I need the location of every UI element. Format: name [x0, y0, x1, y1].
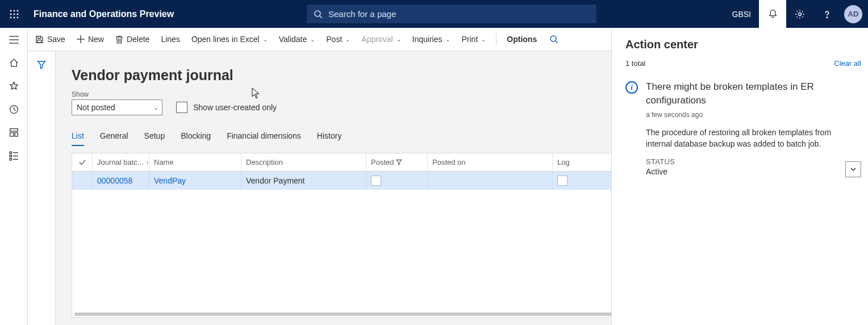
- info-icon: i: [625, 81, 638, 94]
- search-icon: [314, 10, 323, 19]
- plus-icon: [77, 35, 85, 43]
- modules-button[interactable]: [0, 144, 28, 168]
- filter-button[interactable]: [37, 60, 46, 325]
- chevron-down-icon: ⌄: [153, 104, 158, 111]
- save-icon: [35, 35, 44, 44]
- notification-status-label: STATUS: [646, 157, 856, 166]
- svg-rect-19: [15, 133, 18, 136]
- trash-icon: [115, 35, 123, 44]
- row-select[interactable]: [72, 172, 93, 190]
- hamburger-button[interactable]: [0, 28, 28, 51]
- svg-point-12: [827, 16, 828, 18]
- clear-all-button[interactable]: Clear all: [834, 59, 861, 68]
- separator: [496, 33, 496, 45]
- new-button[interactable]: New: [71, 28, 110, 51]
- svg-point-2: [16, 10, 18, 11]
- chevron-down-icon: ⌄: [445, 36, 450, 43]
- svg-rect-17: [10, 129, 18, 131]
- tab-history[interactable]: History: [317, 131, 342, 146]
- cell-name[interactable]: VendPay: [149, 172, 241, 190]
- notification-status-value: Active: [646, 167, 856, 176]
- col-posted[interactable]: Posted: [366, 153, 428, 171]
- chevron-down-icon: ⌄: [481, 36, 486, 43]
- print-button[interactable]: Print⌄: [456, 28, 491, 51]
- validate-button[interactable]: Validate⌄: [273, 28, 321, 51]
- show-filter-group: Show Not posted ⌄: [72, 90, 162, 115]
- notification-time: a few seconds ago: [646, 111, 856, 119]
- show-select[interactable]: Not posted ⌄: [72, 99, 162, 115]
- chevron-down-icon: ⌄: [310, 36, 315, 43]
- notification-text: The procedure of restoring all broken te…: [646, 127, 856, 150]
- notification-item[interactable]: i There might be broken templates in ER …: [625, 80, 861, 176]
- inquiries-button[interactable]: Inquiries⌄: [407, 28, 456, 51]
- cell-description: Vendor Payment: [241, 172, 366, 190]
- favorites-button[interactable]: [0, 74, 28, 98]
- cell-batch[interactable]: 00000058: [93, 172, 149, 190]
- post-button[interactable]: Post⌄: [320, 28, 356, 51]
- show-label: Show: [72, 90, 162, 98]
- star-icon: [9, 81, 19, 91]
- action-search-button[interactable]: [542, 28, 565, 51]
- lines-button[interactable]: Lines: [155, 28, 185, 51]
- action-center-title: Action center: [625, 38, 861, 51]
- global-search-box[interactable]: Search for a page: [307, 5, 596, 23]
- clock-icon: [9, 105, 19, 114]
- checkbox-box: [176, 102, 187, 113]
- home-icon: [9, 58, 19, 68]
- user-created-label: Show user-created only: [193, 103, 277, 112]
- col-posted-on[interactable]: Posted on: [428, 153, 553, 171]
- global-header: Finance and Operations Preview Search fo…: [0, 0, 868, 28]
- svg-line-10: [320, 16, 322, 18]
- col-name[interactable]: Name: [149, 153, 241, 171]
- recents-button[interactable]: [0, 98, 28, 121]
- app-launcher-button[interactable]: [0, 10, 28, 19]
- legal-entity-selector[interactable]: GBSI: [724, 0, 759, 28]
- cell-posted: [366, 172, 428, 190]
- home-button[interactable]: [0, 51, 28, 74]
- sort-asc-icon: ↑: [146, 159, 149, 166]
- tab-list[interactable]: List: [72, 131, 84, 146]
- tab-blocking[interactable]: Blocking: [181, 131, 211, 146]
- hamburger-icon: [9, 36, 19, 44]
- save-button[interactable]: Save: [30, 28, 71, 51]
- svg-point-9: [315, 11, 320, 16]
- svg-point-6: [10, 16, 11, 18]
- help-icon: [822, 9, 832, 19]
- action-center-total: 1 total: [625, 59, 645, 68]
- delete-button[interactable]: Delete: [110, 28, 155, 51]
- gear-icon: [795, 9, 805, 19]
- svg-point-11: [799, 13, 802, 15]
- col-batch[interactable]: Journal batc... ↑: [93, 153, 149, 171]
- tab-financial[interactable]: Financial dimensions: [227, 131, 301, 146]
- col-select[interactable]: [72, 153, 93, 171]
- tab-general[interactable]: General: [100, 131, 128, 146]
- svg-point-5: [16, 13, 18, 15]
- filter-pane-strip: [28, 51, 56, 325]
- modules-icon: [9, 151, 19, 161]
- tab-setup[interactable]: Setup: [144, 131, 165, 146]
- funnel-icon: [396, 159, 402, 165]
- search-placeholder: Search for a page: [328, 9, 396, 19]
- help-button[interactable]: [813, 0, 841, 28]
- col-description[interactable]: Description: [241, 153, 366, 171]
- expand-notification-button[interactable]: [845, 161, 861, 177]
- options-button[interactable]: Options: [501, 28, 542, 51]
- open-excel-button[interactable]: Open lines in Excel⌄: [186, 28, 273, 51]
- notifications-button[interactable]: [759, 0, 786, 28]
- svg-rect-22: [10, 159, 11, 160]
- svg-point-7: [13, 16, 15, 18]
- svg-point-1: [13, 10, 15, 11]
- svg-point-4: [13, 13, 15, 15]
- chevron-down-icon: ⌄: [397, 36, 401, 43]
- settings-button[interactable]: [786, 0, 813, 28]
- svg-point-31: [550, 36, 556, 41]
- svg-point-3: [10, 13, 11, 15]
- chevron-down-icon: ⌄: [263, 36, 268, 43]
- user-created-checkbox[interactable]: Show user-created only: [176, 99, 277, 115]
- svg-rect-18: [10, 133, 13, 136]
- svg-rect-20: [10, 152, 11, 153]
- svg-point-8: [16, 16, 18, 18]
- user-avatar[interactable]: AD: [844, 5, 862, 23]
- workspaces-button[interactable]: [0, 121, 28, 144]
- check-icon: [78, 159, 86, 166]
